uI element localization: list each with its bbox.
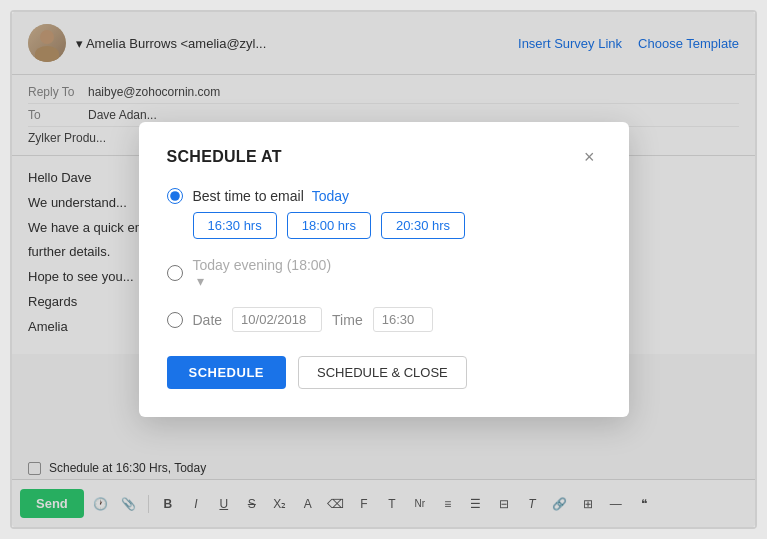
modal-close-button[interactable]: × — [578, 146, 601, 168]
date-time-option: Date Time — [167, 307, 601, 332]
modal-title: SCHEDULE AT — [167, 148, 282, 166]
evening-dropdown: ▾ — [197, 273, 332, 289]
schedule-modal: SCHEDULE AT × Best time to email Today 1 — [139, 122, 629, 417]
time-chip-1630[interactable]: 16:30 hrs — [193, 212, 277, 239]
today-link[interactable]: Today — [312, 188, 349, 204]
dropdown-arrow[interactable]: ▾ — [197, 273, 204, 289]
modal-header: SCHEDULE AT × — [167, 146, 601, 168]
date-time-row: Date Time — [193, 307, 433, 332]
today-evening-option: Today evening (18:00) ▾ — [167, 257, 601, 289]
modal-footer: SCHEDULE SCHEDULE & CLOSE — [167, 356, 601, 389]
time-chips-row: 16:30 hrs 18:00 hrs 20:30 hrs — [193, 212, 601, 239]
date-input[interactable] — [232, 307, 322, 332]
date-label: Date — [193, 312, 223, 328]
best-time-label-text: Best time to email — [193, 188, 304, 204]
time-chip-2030[interactable]: 20:30 hrs — [381, 212, 465, 239]
time-label: Time — [332, 312, 363, 328]
time-chip-1800[interactable]: 18:00 hrs — [287, 212, 371, 239]
time-input[interactable] — [373, 307, 433, 332]
modal-overlay: SCHEDULE AT × Best time to email Today 1 — [12, 12, 755, 527]
main-frame: ▾ Amelia Burrows <amelia@zyl... Insert S… — [10, 10, 757, 529]
best-time-radio[interactable] — [167, 188, 183, 204]
best-time-label: Best time to email Today — [193, 188, 350, 204]
radio-group: Best time to email Today 16:30 hrs 18:00… — [167, 188, 601, 332]
today-evening-label: Today evening (18:00) ▾ — [193, 257, 332, 289]
schedule-close-button[interactable]: SCHEDULE & CLOSE — [298, 356, 467, 389]
best-time-option: Best time to email Today 16:30 hrs 18:00… — [167, 188, 601, 239]
schedule-button[interactable]: SCHEDULE — [167, 356, 287, 389]
today-evening-radio[interactable] — [167, 265, 183, 281]
today-evening-label-text: Today evening (18:00) — [193, 257, 332, 273]
date-time-radio[interactable] — [167, 312, 183, 328]
best-time-radio-row: Best time to email Today — [167, 188, 601, 204]
